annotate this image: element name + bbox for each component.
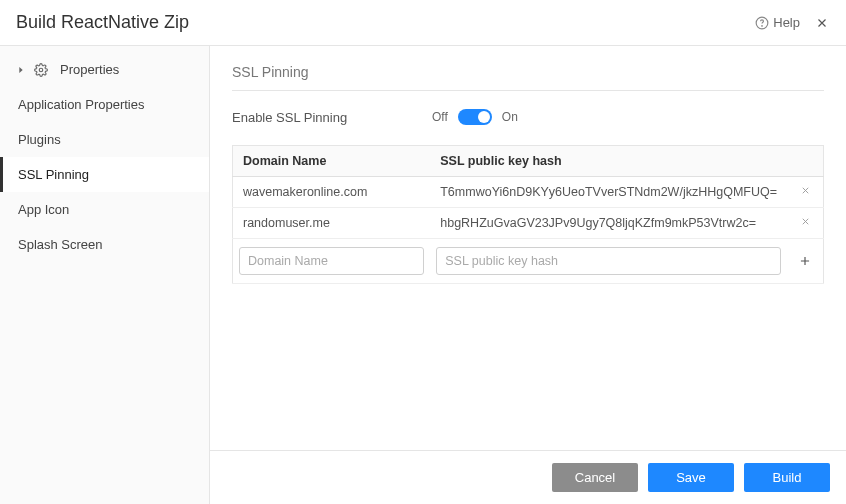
dialog-footer: Cancel Save Build (210, 450, 846, 504)
section-title: SSL Pinning (232, 64, 824, 91)
help-label: Help (773, 15, 800, 30)
col-domain: Domain Name (233, 146, 431, 177)
table-row: randomuser.me hbgRHZuGvaGV23JPv9Ugy7Q8lj… (233, 208, 824, 239)
sidebar-item-label: Plugins (18, 132, 61, 147)
hash-input[interactable] (436, 247, 781, 275)
cell-hash: hbgRHZuGvaGV23JPv9Ugy7Q8ljqKZfm9mkP53Vtr… (430, 208, 787, 239)
table-header-row: Domain Name SSL public key hash (233, 146, 824, 177)
sidebar-item-label: App Icon (18, 202, 69, 217)
sidebar-item-label: SSL Pinning (18, 167, 89, 182)
svg-point-1 (762, 25, 763, 26)
sidebar-group-properties[interactable]: Properties (0, 52, 209, 87)
domain-input[interactable] (239, 247, 424, 275)
dialog-header: Build ReactNative Zip Help (0, 0, 846, 46)
close-icon (800, 185, 811, 196)
cell-hash: T6mmwoYi6nD9KYy6UeoTVverSTNdm2W/jkzHHgQM… (430, 177, 787, 208)
add-row-button[interactable] (793, 249, 817, 273)
sidebar-item-splash-screen[interactable]: Splash Screen (0, 227, 209, 262)
sidebar-item-application-properties[interactable]: Application Properties (0, 87, 209, 122)
build-button[interactable]: Build (744, 463, 830, 492)
delete-row-button[interactable] (800, 216, 811, 230)
close-icon (815, 16, 829, 30)
cell-domain: randomuser.me (233, 208, 431, 239)
chevron-right-icon (16, 65, 26, 75)
col-hash: SSL public key hash (430, 146, 787, 177)
toggle-on-label: On (502, 110, 518, 124)
help-link[interactable]: Help (755, 15, 800, 30)
sidebar-item-label: Splash Screen (18, 237, 103, 252)
main-scroll: SSL Pinning Enable SSL Pinning Off On Do… (210, 46, 846, 450)
sidebar-item-app-icon[interactable]: App Icon (0, 192, 209, 227)
cell-domain: wavemakeronline.com (233, 177, 431, 208)
close-button[interactable] (814, 15, 830, 31)
table-row: wavemakeronline.com T6mmwoYi6nD9KYy6UeoT… (233, 177, 824, 208)
ssl-pinning-table: Domain Name SSL public key hash wavemake… (232, 145, 824, 284)
close-icon (800, 216, 811, 227)
toggle-off-label: Off (432, 110, 448, 124)
cancel-button[interactable]: Cancel (552, 463, 638, 492)
sidebar-item-plugins[interactable]: Plugins (0, 122, 209, 157)
col-action (787, 146, 824, 177)
enable-ssl-row: Enable SSL Pinning Off On (232, 109, 824, 125)
sidebar-item-label: Application Properties (18, 97, 144, 112)
toggle-group: Off On (432, 109, 518, 125)
table-new-row (233, 239, 824, 284)
save-button[interactable]: Save (648, 463, 734, 492)
sidebar-group-label: Properties (60, 62, 119, 77)
enable-ssl-label: Enable SSL Pinning (232, 110, 432, 125)
delete-row-button[interactable] (800, 185, 811, 199)
dialog-title: Build ReactNative Zip (16, 12, 755, 33)
dialog-body: Properties Application Properties Plugin… (0, 46, 846, 504)
sidebar-item-ssl-pinning[interactable]: SSL Pinning (0, 157, 209, 192)
sidebar: Properties Application Properties Plugin… (0, 46, 210, 504)
help-icon (755, 16, 769, 30)
enable-ssl-toggle[interactable] (458, 109, 492, 125)
plus-icon (798, 254, 812, 268)
main-panel: SSL Pinning Enable SSL Pinning Off On Do… (210, 46, 846, 504)
svg-point-2 (39, 68, 43, 72)
gear-icon (34, 63, 48, 77)
